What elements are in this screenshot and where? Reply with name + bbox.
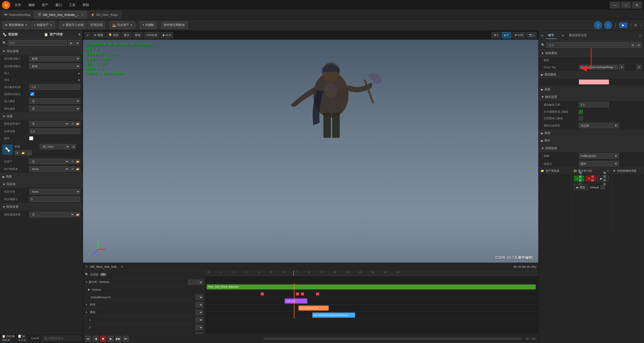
blend-mode-output-select[interactable]: 标准: [29, 63, 80, 69]
lighting-btn[interactable]: 💡 光照: [106, 32, 121, 38]
more-options-icon[interactable]: ⋮: [614, 23, 617, 27]
notify-2-select[interactable]: [196, 325, 203, 330]
blend-mode-input-select[interactable]: 标准: [29, 56, 80, 61]
rate-range-input[interactable]: [29, 128, 80, 134]
search-input[interactable]: [8, 40, 67, 46]
preview-pose-select[interactable]: 无: [29, 121, 69, 126]
make-static-mesh-button[interactable]: 制作静态网格体: [161, 21, 188, 29]
menu-assets[interactable]: 资产: [40, 2, 50, 8]
sync-group-select[interactable]: None: [29, 189, 80, 194]
blend-out-desc-select[interactable]: 无: [29, 106, 80, 111]
parent-asset-select[interactable]: 无: [29, 159, 69, 164]
preview-all-btn[interactable]: ▶ 预览所有: [597, 176, 609, 182]
blend-in-desc-select[interactable]: 无: [29, 98, 80, 104]
right-grid-btn[interactable]: ⊞: [630, 42, 635, 48]
user-icon-1[interactable]: 👤: [594, 21, 602, 29]
scale-btn[interactable]: ⊕ 0.25: [512, 32, 525, 38]
angle-5-btn[interactable]: ◈ 5°: [502, 32, 512, 38]
preview-base-browse[interactable]: 📂: [75, 212, 80, 217]
export-asset-button[interactable]: 📤 导出资产 ▼: [109, 21, 135, 29]
menu-tools[interactable]: 工具: [67, 2, 77, 8]
search-grid-btn[interactable]: ⊞: [68, 40, 74, 46]
parent-browse-btn[interactable]: 📂: [75, 159, 80, 164]
add-keyframe-button[interactable]: + 关键帧: [140, 21, 157, 29]
follower-checkbox[interactable]: [579, 116, 583, 120]
perspective-btn[interactable]: 👁 透视: [92, 32, 105, 38]
category-section-title[interactable]: ▶ 类别: [539, 130, 644, 137]
defaultgroup-select[interactable]: [196, 295, 203, 300]
notify-color-swatch[interactable]: [579, 79, 609, 84]
grid-1-btn[interactable]: ⊞ 1: [491, 32, 501, 38]
preview-mesh-button[interactable]: 👁 预览网格体 ▼: [2, 21, 30, 29]
right-settings-btn[interactable]: ⚙: [636, 42, 641, 48]
close-panel-icon[interactable]: ✕: [78, 33, 81, 36]
asset-map-reset-btn[interactable]: ↺: [70, 166, 75, 172]
play-icon-toolbar[interactable]: ▶: [619, 22, 627, 28]
preview-checkbox[interactable]: [601, 185, 605, 189]
preview-base-select[interactable]: 无: [29, 212, 75, 217]
blend-out-trigger-input[interactable]: [29, 84, 80, 90]
event-tag-dropdown-btn[interactable]: ▼: [619, 65, 624, 70]
anim-link-section-title[interactable]: ▼ 动画链接: [539, 145, 644, 152]
notify-select[interactable]: [196, 310, 203, 315]
preview-btn[interactable]: ▶ 预览: [574, 184, 588, 190]
bone-swap-btn[interactable]: ↔: [27, 150, 32, 155]
attachment-title[interactable]: ▼ 附加设置: [0, 203, 83, 210]
sync-title[interactable]: ▼ 同步组: [0, 181, 83, 188]
notify-expand-icon[interactable]: ▼: [85, 311, 88, 314]
details-tab[interactable]: 细节: [546, 32, 557, 39]
close-montage-btn[interactable]: ✕: [607, 169, 609, 173]
timeline-playhead[interactable]: [293, 271, 294, 276]
notify-ans-bar[interactable]: ANS_SK: [285, 298, 307, 304]
trigger-settings-title[interactable]: ▼ 触发设置: [539, 93, 644, 101]
close-button[interactable]: ✕: [632, 2, 642, 9]
lod-btn[interactable]: LOD自动: [144, 32, 160, 38]
filter-type-dropdown[interactable]: 无过滤 ▼: [579, 123, 619, 128]
anim-notify-section-title[interactable]: ▼ 动画通知: [539, 50, 644, 57]
time-expand-icon[interactable]: ▼: [85, 303, 88, 306]
keyframe-3[interactable]: [301, 292, 304, 295]
events-section-title[interactable]: ▶ 事件: [539, 137, 644, 145]
menu-edit[interactable]: 编辑: [27, 2, 36, 8]
green-anim-bar[interactable]: Hero_Axe_Shout_Adjusted: [207, 284, 536, 289]
tab-close-icon[interactable]: ✕: [82, 13, 84, 17]
reimport-anim-button[interactable]: ↺ 重新导入动画: [59, 21, 87, 29]
tab-ga-hero-rage[interactable]: ⚡ GA_Hero_Rage: [88, 11, 121, 19]
more-options-icon-2[interactable]: ⋮: [629, 23, 632, 27]
tab-featuredevmap[interactable]: 🗺 FeatureDevMap: [1, 11, 34, 19]
auto-blend-checkbox[interactable]: [30, 92, 34, 96]
reset-btn[interactable]: ↺: [70, 121, 75, 126]
maximize-button[interactable]: □: [621, 2, 631, 9]
close-timeline-icon[interactable]: ✕: [121, 265, 123, 269]
create-default-btn[interactable]: + 创建默认: [574, 176, 584, 182]
user-icon-2[interactable]: 👤: [604, 21, 612, 29]
cmd-btn[interactable]: Cmd▼: [31, 337, 40, 340]
notify-sc-bar[interactable]: SC_Characte_Yel: [298, 306, 329, 311]
notify-color-section-title[interactable]: ▶ 通知颜色: [539, 71, 644, 78]
show-btn[interactable]: 显示: [122, 32, 132, 38]
goto-start-btn[interactable]: ⏮: [85, 336, 91, 342]
step-forward-btn[interactable]: ▶▶: [115, 336, 121, 342]
right-search-input[interactable]: [546, 42, 629, 48]
preview-settings-tab[interactable]: 预览场景设置: [566, 32, 589, 39]
sync-slot-input[interactable]: [29, 196, 80, 202]
menu-help[interactable]: 帮助: [81, 2, 91, 8]
notify-an-bar[interactable]: AN_SendGameplayEventToOwne: [312, 313, 355, 318]
search-settings-btn[interactable]: ⚙: [75, 40, 80, 46]
step-back-btn[interactable]: ◀: [93, 336, 99, 342]
content-menu-btn[interactable]: 📋 内容侧滑菜单: [2, 334, 15, 342]
asset-map-select[interactable]: None: [29, 166, 69, 172]
bone-browse-btn[interactable]: 📂: [21, 150, 26, 155]
tab-am-hero-axe[interactable]: 🎬 AM_Hero_Axe_Activate_... ✕: [34, 11, 87, 19]
more-options-icon-3[interactable]: ⋮: [639, 23, 642, 27]
character-btn[interactable]: 角色: [133, 32, 143, 38]
minimize-button[interactable]: —: [610, 2, 620, 9]
clear-btn[interactable]: ✕ 清除: [585, 176, 596, 182]
parent-reset-btn[interactable]: ↺: [70, 159, 75, 164]
play-rate-btn[interactable]: ▶ x1.0: [161, 32, 173, 38]
bone-extra-btn[interactable]: ⊕: [71, 144, 76, 149]
menu-window[interactable]: 窗口: [54, 2, 63, 8]
link-method-dropdown[interactable]: 绝对 ▼: [579, 161, 619, 166]
notify-1-select[interactable]: [196, 317, 203, 322]
trigger-chance-input[interactable]: [579, 102, 609, 107]
